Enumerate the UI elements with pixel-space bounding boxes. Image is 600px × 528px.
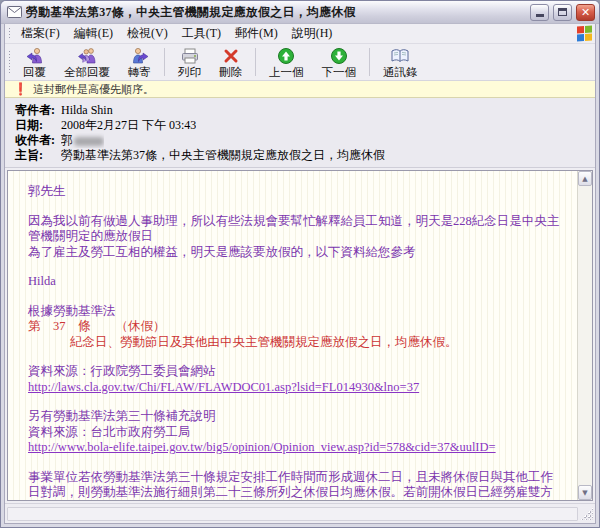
next-icon xyxy=(329,47,349,65)
address-book-icon xyxy=(390,47,410,65)
email-message-window: 勞動基準法第37條，中央主管機關規定應放假之日，均應休假 ✕ 檔案(F) 編輯(… xyxy=(0,0,600,528)
menu-file[interactable]: 檔案(F) xyxy=(14,24,67,44)
source2-link[interactable]: http://www.bola-elife.taipei.gov.tw/big5… xyxy=(28,440,496,454)
message-body-pane: 郭先生 因為我以前有做過人事助理，所以有些法規會要幫忙解釋給員工知道，明天是22… xyxy=(7,170,593,501)
body-paragraph-1: 因為我以前有做過人事助理，所以有些法規會要幫忙解釋給員工知道，明天是228紀念日… xyxy=(28,214,563,261)
scroll-up-button[interactable]: ▲ xyxy=(578,171,592,186)
delete-button[interactable]: 刪除 xyxy=(210,45,251,79)
source2-label: 資料來源：台北市政府勞工局 xyxy=(28,425,563,441)
maximize-button[interactable] xyxy=(553,4,572,21)
previous-label: 上一個 xyxy=(269,66,304,78)
reply-all-label: 全部回覆 xyxy=(64,66,110,78)
close-button[interactable]: ✕ xyxy=(576,4,595,21)
delete-icon xyxy=(221,47,241,65)
article-text: 紀念日、勞動節日及其他由中央主管機關規定應放假之日，均應休假。 xyxy=(28,335,563,351)
window-title: 勞動基準法第37條，中央主管機關規定應放假之日，均應休假 xyxy=(26,4,526,21)
redacted-recipient xyxy=(74,137,104,146)
forward-button[interactable]: 轉寄 xyxy=(119,45,160,79)
from-value: Hilda Shin xyxy=(61,103,113,118)
body-final-paragraph: 事業單位若依勞動基準法第三十條規定安排工作時間而形成週休二日，且未將休假日與其他… xyxy=(28,470,563,501)
message-body: 郭先生 因為我以前有做過人事助理，所以有些法規會要幫忙解釋給員工知道，明天是22… xyxy=(8,171,577,500)
message-headers: 寄件者: Hilda Shin 日期: 2008年2月27日 下午 03:43 … xyxy=(5,98,595,168)
minimize-button[interactable] xyxy=(530,4,549,21)
menu-help[interactable]: 說明(H) xyxy=(285,24,340,44)
print-button[interactable]: 列印 xyxy=(169,45,210,79)
address-book-label: 通訊錄 xyxy=(383,66,418,78)
toolbar-grip[interactable] xyxy=(8,27,11,40)
reply-label: 回覆 xyxy=(23,66,46,78)
header-to-row: 收件者: 郭 xyxy=(15,133,585,148)
source1-label: 資料來源：行政院勞工委員會網站 xyxy=(28,364,563,380)
reply-icon xyxy=(25,47,45,65)
envelope-icon xyxy=(7,6,22,18)
menu-message[interactable]: 郵件(M) xyxy=(228,24,285,44)
subject-label: 主旨: xyxy=(15,148,61,163)
body-greeting: 郭先生 xyxy=(28,184,563,200)
supplement-title: 另有勞動基準法第三十條補充說明 xyxy=(28,409,563,425)
priority-banner-text: 這封郵件是高優先順序。 xyxy=(33,82,154,97)
address-book-button[interactable]: 通訊錄 xyxy=(374,45,427,79)
header-from-row: 寄件者: Hilda Shin xyxy=(15,103,585,118)
scroll-down-button[interactable]: ▼ xyxy=(578,485,592,500)
body-signature: Hilda xyxy=(28,274,563,290)
reply-all-icon xyxy=(77,47,97,65)
to-value: 郭 xyxy=(61,133,104,148)
toolbar: 回覆 全部回覆 轉寄 xyxy=(5,44,595,81)
next-button[interactable]: 下一個 xyxy=(313,45,366,79)
reply-button[interactable]: 回覆 xyxy=(14,45,55,79)
toolbar-separator xyxy=(369,48,370,76)
print-label: 列印 xyxy=(178,66,201,78)
reply-all-button[interactable]: 全部回覆 xyxy=(55,45,119,79)
toolbar-grip[interactable] xyxy=(8,50,11,74)
vertical-scrollbar[interactable]: ▲ ▼ xyxy=(577,171,592,500)
to-label: 收件者: xyxy=(15,133,61,148)
scrollbar-track[interactable] xyxy=(578,186,592,485)
high-priority-icon: ❗ xyxy=(13,83,28,95)
previous-icon xyxy=(276,47,296,65)
delete-label: 刪除 xyxy=(219,66,242,78)
status-panel xyxy=(7,507,578,521)
date-label: 日期: xyxy=(15,118,61,133)
previous-button[interactable]: 上一個 xyxy=(260,45,313,79)
priority-banner: ❗ 這封郵件是高優先順序。 xyxy=(5,81,595,98)
from-label: 寄件者: xyxy=(15,103,61,118)
date-value: 2008年2月27日 下午 03:43 xyxy=(61,118,196,133)
status-bar xyxy=(5,503,595,523)
title-bar: 勞動基準法第37條，中央主管機關規定應放假之日，均應休假 ✕ xyxy=(1,1,599,24)
header-date-row: 日期: 2008年2月27日 下午 03:43 xyxy=(15,118,585,133)
print-icon xyxy=(180,47,200,65)
next-label: 下一個 xyxy=(322,66,357,78)
article-number-line: 第 37 條 （休假） xyxy=(28,319,563,335)
subject-value: 勞動基準法第37條，中央主管機關規定應放假之日，均應休假 xyxy=(61,148,385,163)
law-intro: 根據勞動基準法 xyxy=(28,304,563,320)
menu-tools[interactable]: 工具(T) xyxy=(175,24,228,44)
menu-bar: 檔案(F) 編輯(E) 檢視(V) 工具(T) 郵件(M) 說明(H) xyxy=(5,24,595,44)
menu-edit[interactable]: 編輯(E) xyxy=(67,24,120,44)
resize-grip[interactable] xyxy=(580,507,593,520)
menu-view[interactable]: 檢視(V) xyxy=(120,24,175,44)
toolbar-separator xyxy=(255,48,256,76)
toolbar-separator xyxy=(164,48,165,76)
header-subject-row: 主旨: 勞動基準法第37條，中央主管機關規定應放假之日，均應休假 xyxy=(15,148,585,163)
windows-logo-icon xyxy=(577,25,593,42)
source1-link[interactable]: http://laws.cla.gov.tw/Chi/FLAW/FLAWDOC0… xyxy=(28,380,419,394)
forward-icon xyxy=(130,47,150,65)
forward-label: 轉寄 xyxy=(128,66,151,78)
